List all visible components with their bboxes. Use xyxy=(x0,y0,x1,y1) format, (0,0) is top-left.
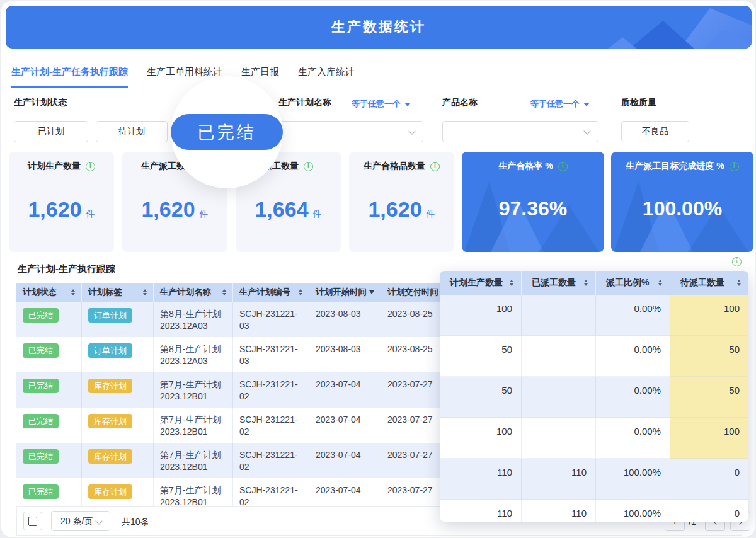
stat-unit: 件 xyxy=(200,209,209,220)
app-header: 生产数据统计 xyxy=(6,6,752,49)
chevron-down-icon xyxy=(95,517,102,524)
cell-plan-name: 第7月-生产计划 2023.12B01 xyxy=(154,443,233,478)
status-option-finished-button[interactable]: 已完结 xyxy=(171,114,283,150)
cell-plan-code: SCJH-231221-02 xyxy=(233,408,309,443)
cell-status: 已完结 xyxy=(16,478,82,506)
column-settings-icon xyxy=(28,517,37,526)
overlay-table-body: 1000.00%100500.00%50500.00%501000.00%100… xyxy=(440,295,748,522)
cell-status: 已完结 xyxy=(16,337,82,372)
info-icon[interactable]: i xyxy=(304,162,313,171)
cell-tag: 库存计划 xyxy=(82,372,154,408)
info-icon[interactable]: i xyxy=(558,162,568,171)
page-title: 生产数据统计 xyxy=(6,6,752,49)
column-header-pending-qty[interactable]: 待派工数量 xyxy=(670,271,748,295)
sort-icon xyxy=(222,287,226,297)
tab-inbound-stats[interactable]: 生产入库统计 xyxy=(298,58,355,88)
stat-label: 计划生产数量 xyxy=(28,161,81,172)
cell-dispatch-ratio: 100.00% xyxy=(596,459,670,500)
filter-product-label: 产品名称 xyxy=(442,97,478,108)
status-badge: 已完结 xyxy=(23,343,59,358)
quality-option-defective[interactable]: 不良品 xyxy=(621,121,689,142)
column-header-status[interactable]: 计划状态 xyxy=(16,283,82,302)
status-option-planned[interactable]: 已计划 xyxy=(14,121,88,142)
column-header-tag[interactable]: 计划标签 xyxy=(82,283,154,302)
cell-plan-name: 第8月-生产计划 2023.12A03 xyxy=(154,302,233,337)
info-icon[interactable]: i xyxy=(732,257,742,266)
chevron-down-icon xyxy=(583,127,590,134)
tab-plan-task-tracking[interactable]: 生产计划-生产任务执行跟踪 xyxy=(11,58,128,88)
cell-dispatched-qty: 110 xyxy=(522,500,596,522)
status-badge: 已完结 xyxy=(23,308,59,323)
stat-card-planned-qty: 计划生产数量i 1,620件 xyxy=(9,152,114,252)
info-icon[interactable]: i xyxy=(86,162,95,171)
tag-badge: 库存计划 xyxy=(88,484,132,499)
plan-name-select[interactable] xyxy=(278,121,423,142)
cell-tag: 库存计划 xyxy=(82,478,154,506)
overlay-row[interactable]: 1000.00%100 xyxy=(440,295,748,336)
info-icon[interactable]: i xyxy=(730,162,739,171)
column-header-plan-name[interactable]: 生产计划名称 xyxy=(154,283,233,302)
info-icon[interactable]: i xyxy=(430,162,440,171)
overlay-row[interactable]: 110110100.00%0 xyxy=(440,500,748,522)
cell-start-date: 2023-07-04 xyxy=(309,408,381,443)
cell-plan-name: 第7月-生产计划 2023.12B01 xyxy=(154,478,233,506)
stat-label: 生产合格率 % xyxy=(498,161,553,172)
caret-down-icon xyxy=(583,103,590,110)
stat-value: 97.36% xyxy=(499,197,568,220)
overlay-panel: 计划生产数量 已派工数量 派工比例% 待派工数量 1000.00%100500.… xyxy=(440,271,748,522)
overlay-row[interactable]: 110110100.00%0 xyxy=(440,459,748,500)
sort-desc-icon xyxy=(369,290,374,297)
cell-dispatched-qty xyxy=(522,418,596,459)
stat-unit: 件 xyxy=(427,209,435,220)
column-settings-button[interactable] xyxy=(23,512,42,530)
cell-plan-code: SCJH-231221-02 xyxy=(233,372,309,408)
cell-plan-code: SCJH-231221-02 xyxy=(233,443,309,478)
tag-badge: 库存计划 xyxy=(88,449,132,464)
plan-name-operator-text: 等于任意一个 xyxy=(352,98,401,110)
overlay-row[interactable]: 500.00%50 xyxy=(440,377,748,418)
page-size-select[interactable]: 20 条/页 xyxy=(51,511,110,531)
overlay-row[interactable]: 1000.00%100 xyxy=(440,418,748,459)
column-header-planned-qty[interactable]: 计划生产数量 xyxy=(440,271,522,295)
overlay-row[interactable]: 500.00%50 xyxy=(440,336,748,377)
filter-quality-label: 质检质量 xyxy=(621,97,656,108)
column-header-dispatched-qty[interactable]: 已派工数量 xyxy=(522,271,596,295)
cell-pending-qty: 100 xyxy=(670,295,748,336)
status-option-waiting[interactable]: 待计划 xyxy=(96,121,168,142)
cell-dispatched-qty xyxy=(522,295,596,336)
cell-dispatch-ratio: 0.00% xyxy=(596,377,670,418)
cell-planned-qty: 100 xyxy=(440,418,522,459)
stat-value: 1,664 xyxy=(255,197,308,222)
filter-plan-name-label: 生产计划名称 xyxy=(278,97,331,108)
cell-tag: 订单计划 xyxy=(82,337,154,372)
cell-tag: 订单计划 xyxy=(82,302,154,337)
cell-plan-code: SCJH-231221-03 xyxy=(233,337,309,372)
cell-plan-name: 第7月-生产计划 2023.12B01 xyxy=(154,408,233,443)
tag-badge: 库存计划 xyxy=(88,379,132,393)
column-header-start-date[interactable]: 计划开始时间 xyxy=(309,283,381,302)
sort-icon xyxy=(299,287,302,297)
cell-plan-name: 第7月-生产计划 2023.12B01 xyxy=(154,372,233,408)
status-badge: 已完结 xyxy=(23,449,59,464)
cell-start-date: 2023-07-04 xyxy=(309,372,381,408)
stat-card-pass-rate: 生产合格率 %i 97.36% xyxy=(462,152,604,252)
product-operator-dropdown[interactable]: 等于任意一个 xyxy=(530,98,590,110)
cell-start-date: 2023-07-04 xyxy=(309,443,381,478)
table-section-title: 生产计划-生产执行跟踪 xyxy=(18,263,115,275)
tag-badge: 订单计划 xyxy=(88,343,132,358)
cell-planned-qty: 100 xyxy=(440,295,522,336)
cell-tag: 库存计划 xyxy=(82,443,154,478)
column-header-plan-code[interactable]: 生产计划编号 xyxy=(233,283,309,302)
stat-label: 生产派工目标完成进度 % xyxy=(626,161,724,172)
cell-tag: 库存计划 xyxy=(82,408,154,443)
column-header-dispatch-ratio[interactable]: 派工比例% xyxy=(596,271,670,295)
product-name-select[interactable] xyxy=(442,121,598,142)
stat-value: 100.00% xyxy=(643,197,722,220)
stat-value: 1,620 xyxy=(368,197,421,222)
stat-unit: 件 xyxy=(86,209,95,220)
cell-plan-code: SCJH-231221-02 xyxy=(233,478,309,506)
cell-start-date: 2023-07-04 xyxy=(309,478,381,506)
plan-name-operator-dropdown[interactable]: 等于任意一个 xyxy=(352,98,411,110)
cell-dispatch-ratio: 0.00% xyxy=(596,336,670,377)
sort-icon xyxy=(658,278,662,288)
